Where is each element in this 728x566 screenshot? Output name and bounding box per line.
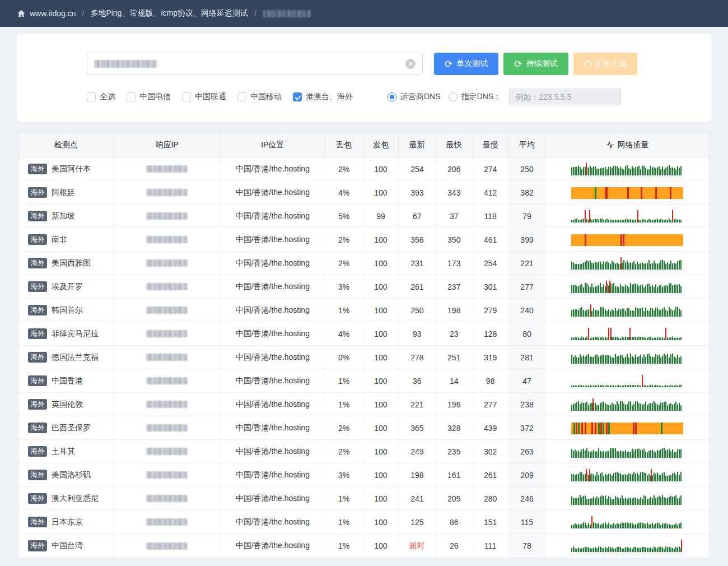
table-row: 海外 中国台湾 中国/香港/the.hosting 1% 100 超时 26 1… — [19, 534, 709, 558]
latency-slowest: 277 — [473, 393, 509, 416]
clear-icon[interactable]: ✕ — [405, 59, 416, 69]
filter-china-mobile[interactable]: 中国移动 — [237, 92, 282, 102]
redacted-ip — [146, 236, 188, 243]
cell-response-ip — [114, 228, 221, 251]
packets-sent: 100 — [363, 463, 399, 486]
packet-loss: 3% — [325, 275, 363, 298]
latency-fastest: 173 — [436, 252, 473, 275]
redacted-ip — [146, 307, 188, 314]
latency-slowest: 280 — [473, 487, 509, 510]
redacted-ip — [146, 330, 188, 337]
breadcrumb-bar: www.itdog.cn / 多地Ping、常规版、icmp协议、网络延迟测试 … — [0, 0, 728, 27]
cell-location: 海外 中国香港 — [19, 369, 114, 392]
table-row: 海外 中国香港 中国/香港/the.hosting 1% 100 36 14 9… — [19, 369, 709, 393]
continuous-test-button[interactable]: ⟳ 持续测试 — [503, 53, 568, 75]
cell-response-ip — [114, 393, 221, 416]
refresh-icon: ⟳ — [445, 59, 452, 69]
table-row: 海外 菲律宾马尼拉 中国/香港/the.hosting 4% 100 93 23… — [19, 322, 709, 346]
ip-location: 中国/香港/the.hosting — [221, 322, 325, 345]
home-icon[interactable] — [17, 9, 26, 18]
latency-average: 79 — [509, 205, 546, 228]
redacted-ip — [146, 471, 188, 479]
region-badge: 海外 — [28, 328, 47, 340]
latency-slowest: 111 — [473, 534, 509, 558]
radio-icon[interactable] — [449, 92, 458, 101]
network-quality-chart — [571, 493, 683, 505]
generating-label: 正在生成 — [595, 59, 627, 69]
radio-carrier-dns[interactable]: 运营商DNS — [388, 92, 441, 102]
checkbox-icon[interactable] — [182, 92, 191, 101]
cell-location: 海外 美国西雅图 — [19, 252, 114, 275]
cell-network-quality — [545, 440, 709, 463]
dns-input[interactable] — [509, 89, 621, 105]
network-quality-chart — [571, 304, 683, 317]
location-name: 美国西雅图 — [52, 258, 91, 268]
packets-sent: 100 — [363, 487, 399, 510]
location-name: 南非 — [52, 235, 67, 245]
cell-network-quality — [545, 299, 709, 322]
filter-china-telecom[interactable]: 中国电信 — [127, 92, 171, 102]
latency-fastest: 161 — [436, 463, 473, 486]
radio-icon[interactable] — [388, 92, 396, 101]
latency-slowest: 319 — [473, 346, 509, 369]
radio-label: 指定DNS： — [461, 92, 502, 102]
breadcrumb-item-test-type[interactable]: 多地Ping、常规版、icmp协议、网络延迟测试 — [90, 8, 248, 18]
packet-loss: 2% — [325, 252, 363, 275]
packet-loss: 0% — [325, 346, 363, 369]
cell-location: 海外 菲律宾马尼拉 — [19, 322, 114, 345]
latency-latest: 249 — [399, 440, 436, 463]
breadcrumb-site[interactable]: www.itdog.cn — [30, 9, 76, 18]
latency-average: 277 — [509, 275, 546, 298]
cell-response-ip — [114, 463, 221, 486]
location-name: 阿根廷 — [52, 188, 75, 198]
location-name: 土耳其 — [52, 447, 75, 457]
region-badge: 海外 — [28, 470, 47, 481]
single-test-button[interactable]: ⟳ 单次测试 — [434, 53, 498, 75]
redacted-ip — [146, 518, 188, 526]
checkbox-icon[interactable] — [293, 92, 302, 101]
network-quality-chart — [571, 516, 683, 528]
table-row: 海外 英国伦敦 中国/香港/the.hosting 1% 100 221 196… — [19, 393, 709, 416]
network-quality-chart — [571, 281, 683, 293]
filter-china-unicom[interactable]: 中国联通 — [182, 92, 226, 102]
region-badge: 海外 — [28, 517, 47, 528]
network-quality-chart — [571, 351, 683, 364]
latency-average: 238 — [509, 393, 546, 416]
ip-location: 中国/香港/the.hosting — [221, 534, 325, 558]
cell-network-quality — [545, 393, 709, 416]
location-name: 德国法兰克福 — [52, 352, 99, 363]
network-quality-chart — [571, 422, 683, 434]
packets-sent: 100 — [363, 275, 399, 298]
packet-loss: 4% — [325, 181, 363, 204]
latency-fastest: 343 — [436, 181, 473, 204]
latency-average: 246 — [509, 487, 546, 510]
region-badge: 海外 — [28, 234, 47, 245]
header-slowest: 最慢 — [473, 133, 509, 157]
table-row: 海外 澳大利亚悉尼 中国/香港/the.hosting 1% 100 241 2… — [19, 487, 709, 511]
filter-overseas[interactable]: 港澳台、海外 — [293, 92, 353, 102]
latency-average: 221 — [509, 252, 546, 275]
target-input[interactable]: ✕ — [87, 53, 423, 75]
latency-average: 47 — [509, 369, 546, 392]
packet-loss: 3% — [325, 463, 363, 486]
checkbox-icon[interactable] — [87, 92, 96, 101]
location-name: 美国洛杉矶 — [52, 470, 91, 480]
table-row: 海外 德国法兰克福 中国/香港/the.hosting 0% 100 278 2… — [19, 346, 709, 369]
header-average: 平均 — [509, 133, 546, 157]
table-row: 海外 美国阿什本 中国/香港/the.hosting 2% 100 254 20… — [19, 157, 709, 181]
table-row: 海外 新加坡 中国/香港/the.hosting 5% 99 67 37 118… — [19, 205, 709, 228]
cell-response-ip — [114, 534, 221, 558]
filter-label: 中国联通 — [195, 92, 226, 102]
checkbox-icon[interactable] — [237, 92, 246, 101]
filter-select-all[interactable]: 全选 — [87, 92, 115, 102]
location-name: 埃及开罗 — [52, 282, 83, 292]
checkbox-icon[interactable] — [127, 92, 136, 101]
header-response-ip: 响应IP — [114, 133, 221, 157]
network-quality-label: 网络质量 — [618, 140, 649, 150]
latency-slowest: 118 — [473, 205, 509, 228]
radio-custom-dns[interactable]: 指定DNS： — [449, 92, 502, 102]
region-badge: 海外 — [28, 187, 47, 198]
latency-fastest: 237 — [436, 275, 473, 298]
packets-sent: 100 — [363, 393, 399, 416]
table-row: 海外 南非 中国/香港/the.hosting 2% 100 356 350 4… — [19, 228, 709, 252]
